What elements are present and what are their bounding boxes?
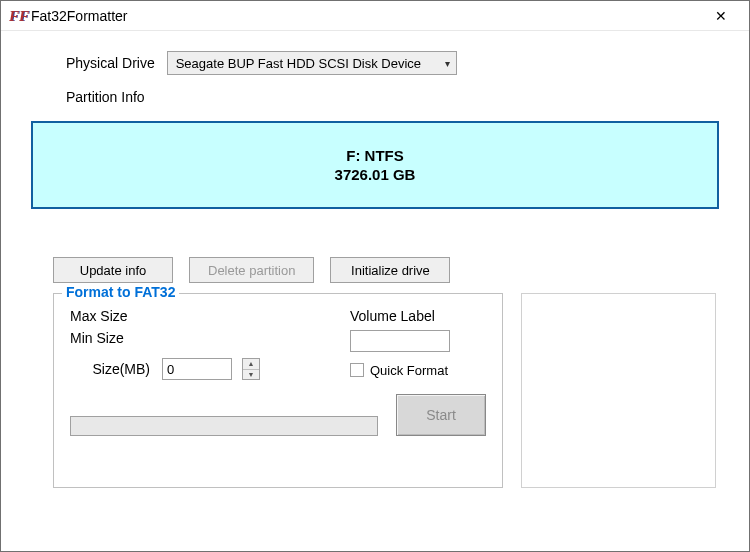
maxsize-vollabel-row: Max Size Volume Label xyxy=(70,308,486,324)
delete-partition-button[interactable]: Delete partition xyxy=(189,257,314,283)
minsize-volinput-row: Min Size xyxy=(70,330,486,352)
window-title: Fat32Formatter xyxy=(31,8,701,24)
spinner-down-button[interactable]: ▼ xyxy=(243,369,259,379)
progress-bar xyxy=(70,416,378,436)
quick-format-checkbox[interactable] xyxy=(350,363,364,377)
format-groupbox: Format to FAT32 Max Size Volume Label Mi… xyxy=(53,293,503,488)
start-button[interactable]: Start xyxy=(396,394,486,436)
app-window: FF Fat32Formatter ✕ Physical Drive Seaga… xyxy=(0,0,750,552)
initialize-drive-button[interactable]: Initialize drive xyxy=(330,257,450,283)
titlebar: FF Fat32Formatter ✕ xyxy=(1,1,749,31)
size-spinner: ▲ ▼ xyxy=(162,358,260,380)
progress-start-row: Start xyxy=(70,394,486,436)
side-panel xyxy=(521,293,716,488)
max-size-label: Max Size xyxy=(70,308,128,324)
format-legend: Format to FAT32 xyxy=(62,284,179,300)
partition-info-row: Partition Info xyxy=(31,89,719,105)
size-mb-input[interactable] xyxy=(162,358,232,380)
physical-drive-dropdown[interactable]: Seagate BUP Fast HDD SCSI Disk Device ▾ xyxy=(167,51,457,75)
quick-format-label: Quick Format xyxy=(370,363,448,378)
spinner-up-button[interactable]: ▲ xyxy=(243,359,259,369)
physical-drive-selected: Seagate BUP Fast HDD SCSI Disk Device xyxy=(176,56,439,71)
partition-info-label: Partition Info xyxy=(66,89,145,105)
app-icon: FF xyxy=(9,8,25,24)
spinner-buttons: ▲ ▼ xyxy=(242,358,260,380)
update-info-button[interactable]: Update info xyxy=(53,257,173,283)
bottom-area: Format to FAT32 Max Size Volume Label Mi… xyxy=(31,293,719,488)
size-quick-row: Size(MB) ▲ ▼ Quick Format xyxy=(70,358,486,380)
volume-label-input[interactable] xyxy=(350,330,450,352)
min-size-label: Min Size xyxy=(70,330,124,346)
close-button[interactable]: ✕ xyxy=(701,2,741,30)
physical-drive-label: Physical Drive xyxy=(66,55,155,71)
physical-drive-row: Physical Drive Seagate BUP Fast HDD SCSI… xyxy=(31,51,719,75)
volume-label-label: Volume Label xyxy=(350,308,435,324)
chevron-down-icon: ▾ xyxy=(445,58,450,69)
partition-box[interactable]: F: NTFS 3726.01 GB xyxy=(31,121,719,209)
partition-drive-fs: F: NTFS xyxy=(346,147,404,164)
content-area: Physical Drive Seagate BUP Fast HDD SCSI… xyxy=(1,31,749,551)
size-mb-label: Size(MB) xyxy=(70,361,150,377)
action-buttons-row: Update info Delete partition Initialize … xyxy=(31,257,719,283)
partition-size: 3726.01 GB xyxy=(335,166,416,183)
